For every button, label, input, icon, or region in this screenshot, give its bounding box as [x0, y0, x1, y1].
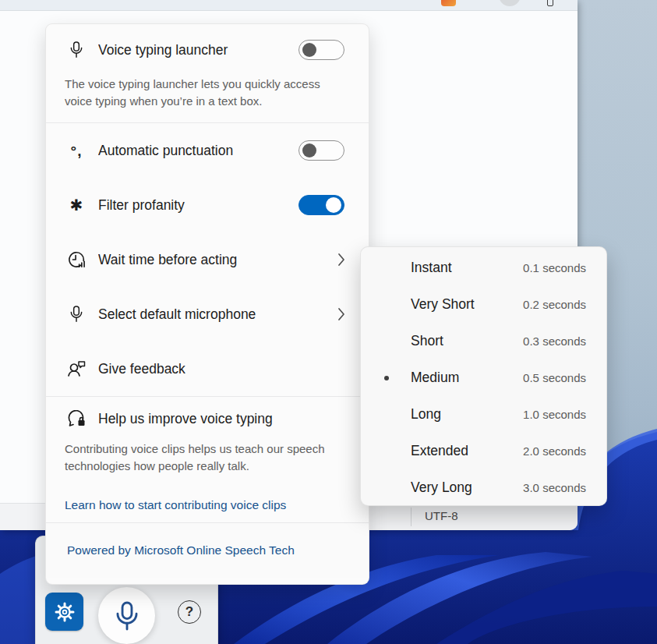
- row-voice-typing-launcher[interactable]: Voice typing launcher: [46, 24, 369, 76]
- row-select-default-microphone[interactable]: Select default microphone: [46, 287, 369, 341]
- desktop: UTF-8 ?: [0, 0, 657, 644]
- give-feedback-label: Give feedback: [98, 361, 369, 377]
- punctuation-icon: °,: [66, 143, 87, 158]
- submenu-item-instant[interactable]: Instant 0.1 seconds: [361, 249, 606, 286]
- submenu-item-long[interactable]: Long 1.0 seconds: [361, 396, 606, 433]
- chevron-right-icon: [337, 253, 347, 267]
- avatar: [499, 0, 521, 6]
- toggle-knob: [326, 197, 341, 213]
- submenu-item-label: Long: [411, 406, 523, 423]
- launcher-description: The voice typing launcher lets you quick…: [46, 76, 369, 122]
- submenu-item-value: 0.3 seconds: [523, 334, 586, 348]
- panel-footer: Powered by Microsoft Online Speech Tech: [46, 523, 369, 578]
- help-section-description: Contributing voice clips helps us teach …: [46, 441, 369, 487]
- submenu-item-value: 0.5 seconds: [523, 371, 586, 384]
- submenu-item-very-short[interactable]: Very Short 0.2 seconds: [361, 286, 606, 323]
- submenu-item-extended[interactable]: Extended 2.0 seconds: [361, 433, 606, 469]
- speech-bubble-lock-icon: [66, 410, 87, 427]
- help-button[interactable]: ?: [178, 600, 201, 624]
- row-give-feedback[interactable]: Give feedback: [46, 341, 369, 396]
- wait-time-label: Wait time before acting: [98, 252, 337, 268]
- wait-time-submenu: Instant 0.1 seconds Very Short 0.2 secon…: [360, 246, 607, 506]
- submenu-item-label: Extended: [411, 443, 523, 459]
- submenu-item-value: 0.2 seconds: [523, 298, 586, 311]
- submenu-item-value: 1.0 seconds: [523, 408, 586, 421]
- asterisk-icon: ✱: [66, 197, 87, 213]
- microphone-button[interactable]: [98, 587, 155, 644]
- submenu-item-label: Instant: [411, 260, 523, 276]
- question-mark-icon: ?: [185, 604, 193, 620]
- app-logo-icon: [441, 0, 456, 6]
- voice-typing-launcher-toggle[interactable]: [298, 40, 344, 60]
- encoding-status: UTF-8: [425, 509, 458, 522]
- row-wait-time[interactable]: Wait time before acting: [46, 232, 369, 287]
- automatic-punctuation-label: Automatic punctuation: [98, 143, 298, 159]
- chevron-right-icon: [337, 307, 347, 321]
- submenu-item-label: Very Short: [411, 296, 523, 313]
- clock-icon: [66, 251, 87, 268]
- microphone-icon: [66, 305, 87, 324]
- submenu-item-medium[interactable]: Medium 0.5 seconds: [361, 359, 606, 396]
- feedback-icon: [66, 360, 87, 377]
- device-icon: [547, 0, 553, 6]
- powered-by-link[interactable]: Powered by Microsoft Online Speech Tech: [67, 543, 295, 557]
- voice-typing-settings-panel: Voice typing launcher The voice typing l…: [45, 23, 369, 585]
- submenu-item-very-long[interactable]: Very Long 3.0 seconds: [361, 469, 606, 506]
- microphone-icon: [114, 600, 140, 632]
- settings-gear-button[interactable]: [45, 593, 83, 631]
- toggle-knob: [302, 43, 316, 57]
- row-help-us-improve[interactable]: Help us improve voice typing: [46, 397, 369, 441]
- row-automatic-punctuation[interactable]: °, Automatic punctuation: [46, 123, 369, 178]
- voice-typing-launcher-label: Voice typing launcher: [98, 42, 298, 58]
- learn-contributing-link[interactable]: Learn how to start contributing voice cl…: [46, 487, 369, 512]
- status-bar-divider: [411, 508, 412, 526]
- microphone-icon: [66, 41, 87, 59]
- gear-icon: [54, 601, 76, 623]
- selected-bullet: [384, 376, 389, 380]
- automatic-punctuation-toggle[interactable]: [298, 140, 344, 161]
- row-filter-profanity[interactable]: ✱ Filter profanity: [46, 178, 369, 232]
- toggle-knob: [302, 143, 316, 157]
- submenu-item-value: 3.0 seconds: [523, 481, 586, 494]
- submenu-item-label: Very Long: [411, 479, 523, 496]
- submenu-item-label: Medium: [411, 370, 523, 386]
- submenu-item-short[interactable]: Short 0.3 seconds: [361, 323, 606, 359]
- help-us-improve-label: Help us improve voice typing: [98, 411, 369, 427]
- submenu-item-value: 0.1 seconds: [523, 261, 586, 274]
- submenu-item-value: 2.0 seconds: [523, 444, 586, 458]
- filter-profanity-toggle[interactable]: [298, 195, 344, 215]
- filter-profanity-label: Filter profanity: [98, 197, 298, 214]
- select-default-microphone-label: Select default microphone: [98, 306, 337, 323]
- submenu-item-label: Short: [411, 333, 523, 349]
- background-titlebar: [0, 0, 578, 11]
